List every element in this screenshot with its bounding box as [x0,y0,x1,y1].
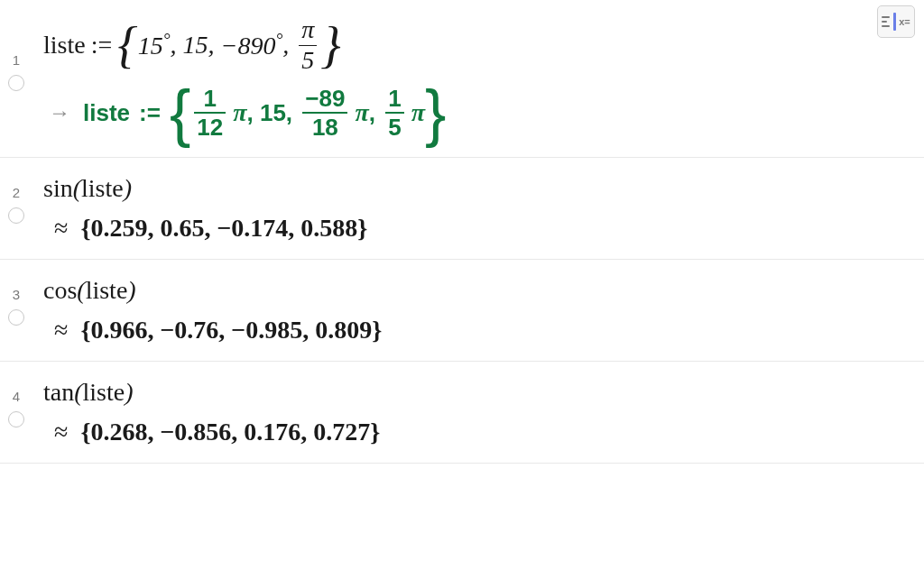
out-fraction: 112 [194,86,226,141]
out-variable-name: liste [83,99,130,127]
output-expression: ≈ {0.268, −0.856, 0.176, 0.727} [43,418,913,446]
assign-op: := [91,31,113,60]
list-icon [882,16,890,27]
row-marker[interactable] [8,411,24,428]
output-value: {0.268, −0.856, 0.176, 0.727} [80,418,380,446]
function-name: sin [43,174,73,202]
row-number: 2 [13,185,20,200]
out-fraction: 15 [385,86,403,141]
row-number: 4 [13,389,20,404]
symbolic-evaluate-button[interactable]: x= [877,5,915,38]
approx-icon: ≈ [54,418,68,446]
function-name: cos [43,276,77,304]
row-number: 1 [13,52,20,68]
left-brace: { [117,25,137,66]
output-arrow-icon: → [49,100,70,125]
row-marker[interactable] [8,207,24,224]
output-expression: ≈ {0.966, −0.76, −0.985, 0.809} [43,316,913,345]
input-expression[interactable]: sin(liste) [43,174,913,203]
list-item: −890° [221,30,283,60]
variable-name: liste [43,31,86,60]
approx-icon: ≈ [54,214,68,243]
row-gutter: 2 [0,165,32,224]
output-expression: → liste := { 112 π, 15, −8918 π, [43,86,913,141]
row-gutter: 3 [0,267,32,326]
row-number: 3 [13,287,20,302]
list-item-fraction: π 5 [299,16,317,75]
out-fraction: −8918 [302,86,347,141]
argument: liste [81,174,124,202]
symbolic-label: x= [899,16,910,27]
output-value: {0.966, −0.76, −0.985, 0.809} [80,316,382,345]
row-content: liste := { 15°, 15, −890°, π 5 } → [32,7,924,144]
cas-rows: 1 liste := { 15°, 15, −890°, π 5 } [0,0,924,464]
left-brace: { [170,87,190,138]
input-expression[interactable]: tan(liste) [43,378,913,407]
cursor-icon [893,13,896,31]
row-gutter: 4 [0,369,32,428]
function-name: tan [43,378,74,406]
right-brace: } [320,25,340,66]
argument: liste [83,378,125,406]
row-content: tan(liste) ≈ {0.268, −0.856, 0.176, 0.72… [32,369,924,450]
approx-icon: ≈ [54,316,68,345]
output-expression: ≈ {0.259, 0.65, −0.174, 0.588} [43,214,913,243]
cas-row[interactable]: 2 sin(liste) ≈ {0.259, 0.65, −0.174, 0.5… [0,158,924,260]
row-content: cos(liste) ≈ {0.966, −0.76, −0.985, 0.80… [32,267,924,348]
row-marker[interactable] [8,75,24,91]
row-gutter: 1 [0,7,32,91]
out-item: 15 [260,99,286,127]
output-value: {0.259, 0.65, −0.174, 0.588} [80,214,367,243]
cas-row[interactable]: 4 tan(liste) ≈ {0.268, −0.856, 0.176, 0.… [0,362,924,464]
cas-row[interactable]: 3 cos(liste) ≈ {0.966, −0.76, −0.985, 0.… [0,260,924,362]
output-value: liste := { 112 π, 15, −8918 π, 15 [83,86,446,141]
cas-row[interactable]: 1 liste := { 15°, 15, −890°, π 5 } [0,0,924,158]
list-item: 15° [138,30,171,60]
argument: liste [86,276,128,304]
list-item: 15 [183,31,208,60]
right-brace: } [425,87,446,138]
input-expression[interactable]: liste := { 15°, 15, −890°, π 5 } [43,16,913,75]
input-expression[interactable]: cos(liste) [43,276,913,305]
row-content: sin(liste) ≈ {0.259, 0.65, −0.174, 0.588… [32,165,924,246]
out-assign-op: := [139,99,161,127]
row-marker[interactable] [8,309,24,326]
